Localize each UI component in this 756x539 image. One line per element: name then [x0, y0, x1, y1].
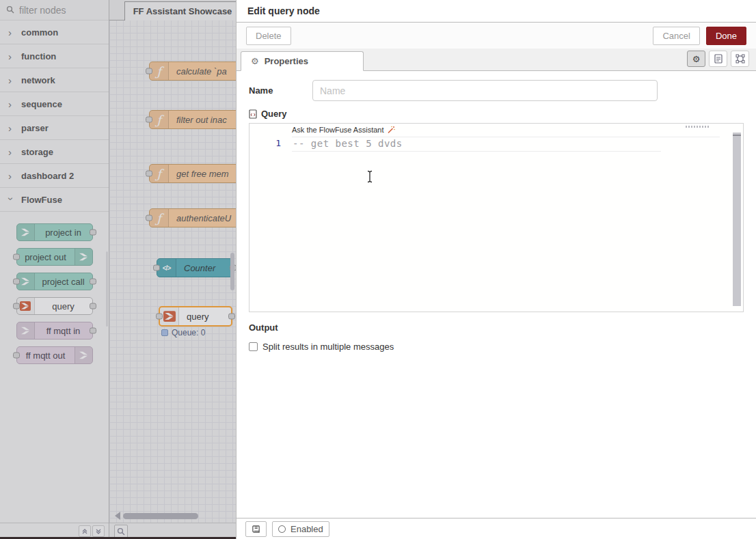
input-port[interactable]	[156, 314, 163, 320]
tab-properties[interactable]: ⚙ Properties	[241, 51, 364, 71]
split-results-label: Split results in multiple messages	[262, 342, 394, 352]
chevron-right-icon: ›	[8, 27, 14, 38]
edit-panel-toolbar: Delete Cancel Done	[237, 23, 756, 49]
delete-button[interactable]: Delete	[246, 27, 291, 45]
palette-node-ff-mqtt-in[interactable]: ff mqtt in	[16, 322, 93, 340]
editor-scrollbar[interactable]	[733, 133, 741, 306]
palette-node-query[interactable]: query	[16, 297, 93, 315]
palette-category-parser[interactable]: › parser	[0, 116, 109, 140]
palette-category-network[interactable]: › network	[0, 68, 109, 92]
palette-category-flowfuse[interactable]: › FlowFuse	[0, 188, 109, 212]
status-dot-icon	[161, 329, 168, 336]
zoom-search-button[interactable]	[114, 525, 128, 538]
workspace: › common › function › network › sequence…	[0, 0, 236, 539]
canvas-node-counter[interactable]: </> Counter	[157, 258, 233, 277]
function-node-icon: ƒ	[150, 165, 169, 182]
enabled-circle-icon	[278, 525, 286, 533]
input-port[interactable]	[13, 279, 20, 285]
name-input[interactable]	[312, 80, 658, 101]
input-port[interactable]	[146, 68, 152, 74]
input-port[interactable]	[13, 254, 20, 260]
status-text: Queue: 0	[172, 328, 205, 337]
category-label: sequence	[21, 99, 62, 109]
output-port[interactable]	[228, 314, 235, 320]
palette-scrollbar[interactable]	[106, 251, 108, 327]
input-port[interactable]	[13, 303, 20, 309]
chevron-right-icon: ›	[8, 147, 14, 157]
input-port[interactable]	[153, 265, 160, 271]
palette-category-sequence[interactable]: › sequence	[0, 92, 109, 116]
palette-category-function[interactable]: › function	[0, 44, 109, 68]
node-palette: › common › function › network › sequence…	[0, 0, 109, 539]
assistant-hint-text: Ask the FlowFuse Assistant	[292, 126, 384, 134]
palette-node-ff-mqtt-out[interactable]: ff mqtt out	[16, 346, 93, 364]
palette-category-storage[interactable]: › storage	[0, 140, 109, 164]
split-results-checkbox[interactable]	[249, 342, 258, 351]
canvas-node-filter[interactable]: ƒ filter out inac	[149, 110, 236, 129]
query-label-row: Query	[249, 109, 744, 119]
palette-node-project-in[interactable]: project in	[16, 223, 93, 241]
canvas-node-label: query	[179, 307, 209, 325]
function-node-icon: ƒ	[150, 209, 169, 227]
expand-all-button[interactable]	[92, 525, 105, 537]
category-label: function	[21, 51, 56, 61]
chevron-right-icon: ›	[8, 171, 14, 181]
output-port[interactable]	[90, 230, 96, 236]
flow-canvas[interactable]: FF Assistant Showcase ƒ calculate `pa ƒ …	[109, 0, 236, 539]
search-icon	[6, 4, 14, 16]
canvas-node-get-free-mem[interactable]: ƒ get free mem	[149, 164, 236, 183]
enabled-toggle-button[interactable]: Enabled	[272, 521, 329, 537]
canvas-horizontal-scrollbar	[115, 512, 236, 520]
palette-search[interactable]	[0, 0, 109, 20]
category-label: network	[21, 75, 55, 85]
output-port[interactable]	[90, 328, 96, 334]
canvas-node-authenticate[interactable]: ƒ authenticateU	[149, 208, 236, 227]
appearance-icon-button[interactable]	[731, 51, 749, 67]
input-port[interactable]	[13, 353, 20, 359]
scrollbar-thumb[interactable]	[123, 513, 198, 519]
flow-tab-ff-assistant-showcase[interactable]: FF Assistant Showcase	[124, 1, 236, 20]
output-port[interactable]	[90, 303, 96, 309]
gear-icon: ⚙	[251, 56, 259, 66]
scroll-left-arrow-icon[interactable]	[115, 512, 120, 520]
input-port[interactable]	[146, 171, 152, 177]
divider	[292, 151, 661, 152]
function-node-icon: ƒ	[150, 62, 169, 80]
palette-node-project-call[interactable]: project call	[16, 273, 93, 290]
input-port[interactable]	[146, 215, 152, 221]
canvas-node-query-selected[interactable]: query	[159, 306, 232, 327]
assistant-hint[interactable]: Ask the FlowFuse Assistant	[292, 126, 395, 134]
category-label: parser	[21, 123, 49, 133]
collapse-all-button[interactable]	[79, 525, 91, 537]
palette-category-common[interactable]: › common	[0, 20, 109, 44]
gear-icon: ⚙	[692, 54, 701, 64]
canvas-vertical-scrollbar[interactable]	[230, 253, 234, 290]
flowfuse-node-icon	[17, 224, 35, 240]
split-results-row: Split results in multiple messages	[249, 342, 744, 352]
sql-comment-line: -- get best 5 dvds	[293, 138, 403, 149]
category-label: dashboard 2	[21, 171, 74, 181]
minimap-line-mark	[733, 135, 741, 136]
edit-panel-footer: Enabled	[237, 518, 756, 539]
description-icon-button[interactable]	[709, 51, 727, 67]
palette-node-label: query	[35, 298, 92, 314]
palette-category-dashboard2[interactable]: › dashboard 2	[0, 164, 109, 188]
search-input[interactable]	[19, 5, 94, 16]
query-code-editor[interactable]: 1 Ask the FlowFuse Assistant -- get best…	[249, 123, 744, 312]
output-port[interactable]	[90, 279, 96, 285]
palette-node-label: project call	[35, 273, 92, 290]
done-button[interactable]: Done	[706, 27, 746, 45]
palette-node-project-out[interactable]: project out	[16, 248, 93, 266]
node-red-window: › common › function › network › sequence…	[0, 0, 756, 539]
appearance-frame-icon	[735, 54, 745, 64]
edit-panel-title: Edit query node	[237, 0, 756, 23]
name-form-row: Name	[249, 80, 744, 101]
tab-properties-label: Properties	[265, 56, 308, 66]
cancel-button[interactable]: Cancel	[653, 27, 699, 45]
canvas-node-label: authenticateU	[169, 209, 231, 227]
node-help-button[interactable]	[245, 521, 267, 537]
input-port[interactable]	[146, 117, 152, 123]
file-code-icon	[249, 109, 257, 119]
properties-icon-button[interactable]: ⚙	[687, 51, 705, 67]
canvas-node-calculate[interactable]: ƒ calculate `pa	[149, 61, 236, 81]
